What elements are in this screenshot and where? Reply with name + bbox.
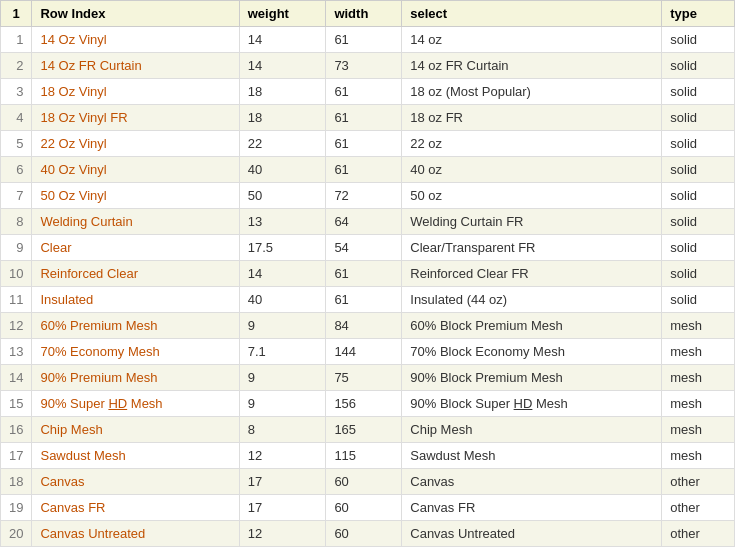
row-select: 18 oz FR (402, 105, 662, 131)
col-number: 1 (1, 1, 32, 27)
row-width: 61 (326, 157, 402, 183)
table-row: 10Reinforced Clear1461Reinforced Clear F… (1, 261, 735, 287)
row-number: 12 (1, 313, 32, 339)
table-row: 18Canvas1760Canvasother (1, 469, 735, 495)
row-number: 3 (1, 79, 32, 105)
row-width: 60 (326, 521, 402, 547)
row-select: Canvas (402, 469, 662, 495)
row-select: 14 oz FR Curtain (402, 53, 662, 79)
col-type: type (662, 1, 735, 27)
table-row: 16Chip Mesh8165Chip Meshmesh (1, 417, 735, 443)
table-row: 114 Oz Vinyl146114 ozsolid (1, 27, 735, 53)
table-row: 318 Oz Vinyl186118 oz (Most Popular)soli… (1, 79, 735, 105)
row-weight: 13 (239, 209, 326, 235)
row-width: 84 (326, 313, 402, 339)
row-select: Reinforced Clear FR (402, 261, 662, 287)
row-name: Canvas Untreated (32, 521, 239, 547)
row-width: 165 (326, 417, 402, 443)
row-type: other (662, 469, 735, 495)
row-width: 61 (326, 261, 402, 287)
row-weight: 17 (239, 495, 326, 521)
row-select: 60% Block Premium Mesh (402, 313, 662, 339)
row-number: 13 (1, 339, 32, 365)
row-weight: 40 (239, 157, 326, 183)
row-number: 6 (1, 157, 32, 183)
row-type: other (662, 521, 735, 547)
row-type: solid (662, 209, 735, 235)
table-row: 640 Oz Vinyl406140 ozsolid (1, 157, 735, 183)
row-number: 15 (1, 391, 32, 417)
main-table: 1 Row Index weight width select type 114… (0, 0, 735, 547)
row-type: mesh (662, 365, 735, 391)
table-row: 1370% Economy Mesh7.114470% Block Econom… (1, 339, 735, 365)
row-select: 14 oz (402, 27, 662, 53)
col-width: width (326, 1, 402, 27)
row-width: 61 (326, 287, 402, 313)
row-number: 14 (1, 365, 32, 391)
row-width: 54 (326, 235, 402, 261)
row-width: 64 (326, 209, 402, 235)
row-type: solid (662, 183, 735, 209)
table-row: 17Sawdust Mesh12115Sawdust Meshmesh (1, 443, 735, 469)
table-row: 522 Oz Vinyl226122 ozsolid (1, 131, 735, 157)
row-name: 22 Oz Vinyl (32, 131, 239, 157)
row-width: 75 (326, 365, 402, 391)
row-name: Canvas (32, 469, 239, 495)
row-width: 61 (326, 79, 402, 105)
row-weight: 8 (239, 417, 326, 443)
row-weight: 22 (239, 131, 326, 157)
row-width: 60 (326, 469, 402, 495)
row-weight: 14 (239, 27, 326, 53)
row-name: Clear (32, 235, 239, 261)
table-row: 418 Oz Vinyl FR186118 oz FRsolid (1, 105, 735, 131)
table-row: 1590% Super HD Mesh915690% Block Super H… (1, 391, 735, 417)
row-type: solid (662, 79, 735, 105)
row-select: 40 oz (402, 157, 662, 183)
row-name: 70% Economy Mesh (32, 339, 239, 365)
row-type: mesh (662, 339, 735, 365)
table-row: 9Clear17.554Clear/Transparent FRsolid (1, 235, 735, 261)
row-width: 73 (326, 53, 402, 79)
row-width: 72 (326, 183, 402, 209)
row-select: 90% Block Premium Mesh (402, 365, 662, 391)
row-number: 8 (1, 209, 32, 235)
row-number: 19 (1, 495, 32, 521)
row-weight: 9 (239, 365, 326, 391)
table-row: 20Canvas Untreated1260Canvas Untreatedot… (1, 521, 735, 547)
row-weight: 18 (239, 79, 326, 105)
row-name: Reinforced Clear (32, 261, 239, 287)
row-name: 60% Premium Mesh (32, 313, 239, 339)
row-width: 156 (326, 391, 402, 417)
row-name: 14 Oz FR Curtain (32, 53, 239, 79)
table-row: 11Insulated4061Insulated (44 oz)solid (1, 287, 735, 313)
row-type: mesh (662, 443, 735, 469)
row-select: 22 oz (402, 131, 662, 157)
row-type: mesh (662, 313, 735, 339)
row-number: 1 (1, 27, 32, 53)
row-type: solid (662, 105, 735, 131)
row-number: 20 (1, 521, 32, 547)
row-select: 70% Block Economy Mesh (402, 339, 662, 365)
row-number: 5 (1, 131, 32, 157)
row-type: solid (662, 27, 735, 53)
row-type: solid (662, 261, 735, 287)
col-row-index: Row Index (32, 1, 239, 27)
row-select: 18 oz (Most Popular) (402, 79, 662, 105)
row-name: 14 Oz Vinyl (32, 27, 239, 53)
row-name: 40 Oz Vinyl (32, 157, 239, 183)
row-weight: 50 (239, 183, 326, 209)
row-number: 16 (1, 417, 32, 443)
row-width: 144 (326, 339, 402, 365)
row-number: 18 (1, 469, 32, 495)
row-weight: 12 (239, 521, 326, 547)
row-name: 18 Oz Vinyl (32, 79, 239, 105)
row-type: mesh (662, 391, 735, 417)
row-type: mesh (662, 417, 735, 443)
row-width: 61 (326, 131, 402, 157)
row-number: 17 (1, 443, 32, 469)
table-row: 19Canvas FR1760Canvas FRother (1, 495, 735, 521)
row-name: 18 Oz Vinyl FR (32, 105, 239, 131)
col-select: select (402, 1, 662, 27)
row-weight: 17 (239, 469, 326, 495)
row-number: 11 (1, 287, 32, 313)
